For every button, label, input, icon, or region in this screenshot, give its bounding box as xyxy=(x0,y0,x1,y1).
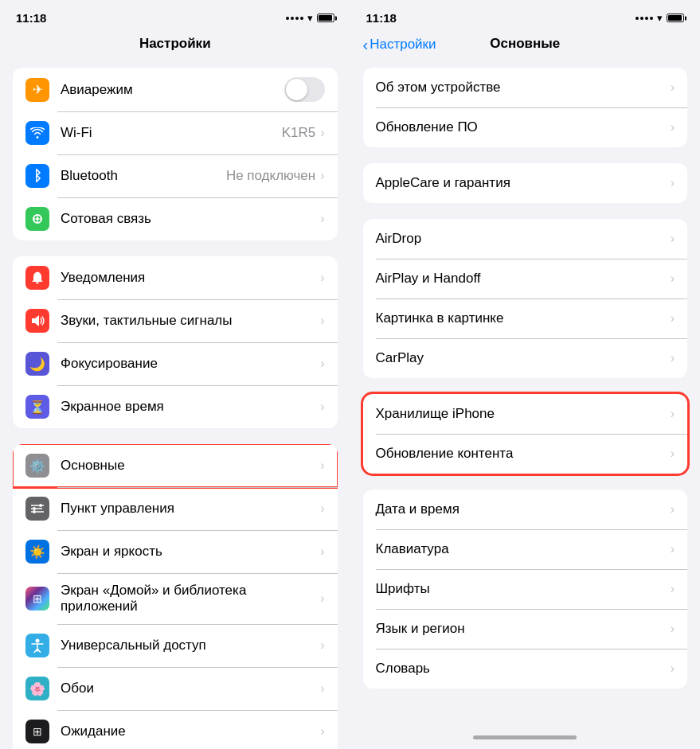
airplane-mode-row[interactable]: ✈ Авиарежим xyxy=(13,68,338,111)
cellular-row[interactable]: Сотовая связь › xyxy=(13,197,338,240)
general-row[interactable]: ⚙️ Основные › xyxy=(13,444,338,487)
display-row[interactable]: ☀️ Экран и яркость › xyxy=(13,530,338,573)
focus-row[interactable]: 🌙 Фокусирование › xyxy=(13,342,338,385)
right-panel: 11:18 ▾ ‹ Настройки Основные Об этом ус xyxy=(350,0,701,749)
wifi-value: K1R5 xyxy=(282,125,316,141)
screentime-chevron: › xyxy=(320,400,324,414)
svg-point-2 xyxy=(33,507,36,510)
back-label: Настройки xyxy=(370,37,436,53)
storage-group: Хранилище iPhone › Обновление контента › xyxy=(363,394,688,474)
airdrop-row[interactable]: AirDrop › xyxy=(363,219,688,259)
applecare-row[interactable]: AppleCare и гарантия › xyxy=(363,163,688,203)
notifications-chevron: › xyxy=(320,271,324,285)
carplay-row[interactable]: CarPlay › xyxy=(363,338,688,378)
svg-point-5 xyxy=(39,504,42,507)
update-chevron: › xyxy=(671,120,675,135)
wifi-chevron: › xyxy=(320,126,324,140)
airplane-label: Авиарежим xyxy=(61,82,284,98)
controlcenter-icon xyxy=(25,497,49,521)
standby-row[interactable]: ⊞ Ожидание › xyxy=(13,710,338,749)
focus-chevron: › xyxy=(320,357,324,371)
update-row[interactable]: Обновление ПО › xyxy=(363,107,688,147)
keyboard-row[interactable]: Клавиатура › xyxy=(363,529,688,569)
bgupdate-row[interactable]: Обновление контента › xyxy=(363,434,688,474)
settings-list-left[interactable]: ✈ Авиарежим Wi-Fi K1R5 › xyxy=(0,60,350,749)
nav-header-right: ‹ Настройки Основные xyxy=(350,29,701,60)
wifi-status-icon-right: ▾ xyxy=(657,12,663,24)
airplane-icon: ✈ xyxy=(25,78,49,102)
connectivity-group: ✈ Авиарежим Wi-Fi K1R5 › xyxy=(13,68,338,240)
wifi-row[interactable]: Wi-Fi K1R5 › xyxy=(13,111,338,154)
keyboard-chevron: › xyxy=(671,542,675,556)
controlcenter-chevron: › xyxy=(320,501,324,516)
cellular-label: Сотовая связь xyxy=(61,211,320,227)
accessibility-chevron: › xyxy=(320,638,324,653)
back-button[interactable]: ‹ Настройки xyxy=(363,37,436,53)
wallpaper-icon: 🌸 xyxy=(25,677,49,700)
bluetooth-label: Bluetooth xyxy=(61,168,226,184)
wallpaper-label: Обои xyxy=(61,681,320,696)
homescreen-row[interactable]: ⊞ Экран «Домой» и библиотека приложений … xyxy=(13,573,338,624)
left-panel: 11:18 ▾ Настройки ✈ Авиарежим xyxy=(0,0,350,749)
notifications-group: Уведомления › Звуки, тактильные сигналы … xyxy=(13,256,338,428)
pip-label: Картинка в картинке xyxy=(376,310,671,326)
status-bar-left: 11:18 ▾ xyxy=(0,0,350,29)
applecare-group: AppleCare и гарантия › xyxy=(363,163,688,203)
bluetooth-row[interactable]: ᛒ Bluetooth Не подключен › xyxy=(13,154,338,197)
svg-point-8 xyxy=(33,510,36,513)
airplay-row[interactable]: AirPlay и Handoff › xyxy=(363,259,688,298)
status-bar-right: 11:18 ▾ xyxy=(350,0,701,29)
focus-label: Фокусирование xyxy=(61,356,320,372)
applecare-label: AppleCare и гарантия xyxy=(376,175,671,191)
datetime-row[interactable]: Дата и время › xyxy=(363,490,688,529)
language-row[interactable]: Язык и регион › xyxy=(363,609,688,649)
fonts-chevron: › xyxy=(671,582,675,596)
bgupdate-chevron: › xyxy=(671,447,675,461)
fonts-row[interactable]: Шрифты › xyxy=(363,569,688,609)
accessibility-row[interactable]: Универсальный доступ › xyxy=(13,624,338,667)
wifi-status-icon: ▾ xyxy=(307,12,313,24)
storage-row[interactable]: Хранилище iPhone › xyxy=(363,394,688,434)
general-icon: ⚙️ xyxy=(25,454,49,478)
settings-list-right[interactable]: Об этом устройстве › Обновление ПО › App… xyxy=(350,60,701,729)
bluetooth-icon: ᛒ xyxy=(25,164,49,188)
sounds-label: Звуки, тактильные сигналы xyxy=(61,313,320,329)
bluetooth-value: Не подключен xyxy=(226,168,315,184)
update-label: Обновление ПО xyxy=(376,119,671,135)
about-row[interactable]: Об этом устройстве › xyxy=(363,68,688,107)
airdrop-group: AirDrop › AirPlay и Handoff › Картинка в… xyxy=(363,219,688,378)
screentime-row[interactable]: ⏳ Экранное время › xyxy=(13,385,338,428)
general-chevron: › xyxy=(320,458,324,473)
signal-icon-right xyxy=(635,17,653,20)
homescreen-chevron: › xyxy=(320,591,324,606)
notifications-row[interactable]: Уведомления › xyxy=(13,256,338,299)
page-title-right: Основные xyxy=(490,36,560,51)
language-chevron: › xyxy=(671,622,675,636)
accessibility-icon xyxy=(25,634,49,657)
carplay-chevron: › xyxy=(671,351,675,365)
datetime-group: Дата и время › Клавиатура › Шрифты › Язы… xyxy=(363,490,688,689)
wifi-icon xyxy=(25,121,49,145)
carplay-label: CarPlay xyxy=(376,350,671,366)
airplane-toggle[interactable] xyxy=(284,77,325,102)
dictionary-row[interactable]: Словарь › xyxy=(363,649,688,689)
about-group: Об этом устройстве › Обновление ПО › xyxy=(363,68,688,147)
airplay-label: AirPlay и Handoff xyxy=(376,271,671,287)
fonts-label: Шрифты xyxy=(376,581,671,597)
cellular-chevron: › xyxy=(320,212,324,226)
sounds-chevron: › xyxy=(320,314,324,328)
wallpaper-row[interactable]: 🌸 Обои › xyxy=(13,667,338,710)
airplay-chevron: › xyxy=(671,271,675,286)
battery-icon xyxy=(317,14,334,22)
homescreen-label: Экран «Домой» и библиотека приложений xyxy=(61,583,320,614)
datetime-label: Дата и время xyxy=(376,501,671,517)
dictionary-chevron: › xyxy=(671,661,675,676)
display-label: Экран и яркость xyxy=(61,544,320,560)
cellular-icon xyxy=(25,207,49,231)
controlcenter-row[interactable]: Пункт управления › xyxy=(13,487,338,530)
nav-header-left: Настройки xyxy=(0,29,350,60)
airdrop-label: AirDrop xyxy=(376,231,671,247)
pip-row[interactable]: Картинка в картинке › xyxy=(363,298,688,338)
sounds-row[interactable]: Звуки, тактильные сигналы › xyxy=(13,299,338,342)
pip-chevron: › xyxy=(671,311,675,326)
